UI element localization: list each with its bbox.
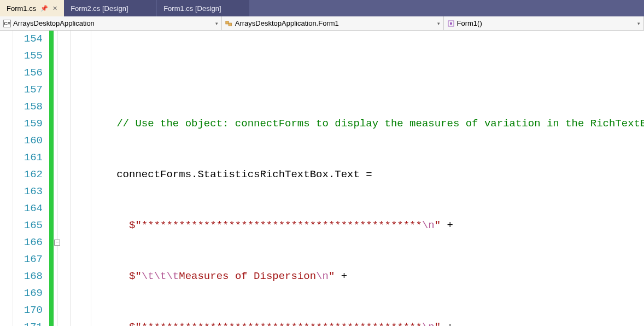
chevron-down-icon: ▾ [215, 21, 218, 26]
collapse-toggle[interactable]: − [54, 240, 60, 246]
tab-label: Form1.cs [Design] [163, 4, 221, 13]
line-number: 164 [13, 200, 43, 217]
tab-form2-design[interactable]: Form2.cs [Design] [64, 0, 157, 16]
scope-dropdown[interactable]: C# ArraysDesktopApplication ▾ [0, 16, 222, 30]
document-tab-bar: Form1.cs 📌 ✕ Form2.cs [Design] Form1.cs … [0, 0, 644, 16]
class-dropdown[interactable]: ArraysDesktopApplication.Form1 ▾ [222, 16, 444, 30]
line-number: 170 [13, 302, 43, 319]
scope-label: ArraysDesktopApplication [13, 19, 95, 27]
line-number: 161 [13, 149, 43, 166]
code-editor[interactable]: 154 155 156 157 158 159 160 161 162 163 … [0, 31, 644, 326]
line-number: 159 [13, 115, 43, 132]
line-number: 171 [13, 319, 43, 326]
member-dropdown[interactable]: Form1() ▾ [444, 16, 644, 30]
class-icon [225, 20, 233, 27]
line-number: 165 [13, 217, 43, 234]
code-area[interactable]: // Use the object: connectForms to displ… [65, 31, 644, 326]
tab-label: Form2.cs [Design] [71, 4, 128, 13]
close-icon[interactable]: ✕ [52, 5, 57, 12]
outline-guide [57, 31, 57, 326]
line-number: 163 [13, 183, 43, 200]
csharp-icon: C# [3, 20, 11, 27]
svg-rect-3 [450, 22, 452, 25]
pin-icon[interactable]: 📌 [40, 5, 48, 12]
indent-guide [70, 31, 71, 326]
code-line: $"**************************************… [65, 217, 644, 234]
line-number: 155 [13, 48, 43, 65]
indent-guide [91, 31, 91, 326]
class-label: ArraysDesktopApplication.Form1 [235, 19, 339, 27]
line-number: 166 [13, 234, 43, 251]
code-line: $"\t\t\tMeasures of Dispersion\n" + [65, 268, 644, 285]
line-number: 158 [13, 98, 43, 115]
svg-rect-1 [229, 23, 231, 26]
member-label: Form1() [457, 19, 482, 27]
tab-form1-cs[interactable]: Form1.cs 📌 ✕ [0, 0, 64, 16]
code-line: $"**************************************… [65, 319, 644, 326]
line-number: 168 [13, 268, 43, 285]
line-number: 167 [13, 251, 43, 268]
svg-rect-0 [226, 21, 229, 24]
line-number-gutter: 154 155 156 157 158 159 160 161 162 163 … [13, 31, 49, 326]
code-line: // Use the object: connectForms to displ… [65, 115, 644, 132]
line-number: 169 [13, 285, 43, 302]
chevron-down-icon: ▾ [637, 21, 640, 26]
tab-label: Form1.cs [7, 4, 36, 13]
line-number: 157 [13, 82, 43, 98]
tab-form1-design[interactable]: Form1.cs [Design] [157, 0, 250, 16]
line-number: 154 [13, 31, 43, 48]
outlining-margin: − [54, 31, 65, 326]
method-icon [447, 20, 455, 27]
line-number: 162 [13, 166, 43, 183]
line-number: 160 [13, 132, 43, 149]
navigation-bar: C# ArraysDesktopApplication ▾ ArraysDesk… [0, 16, 644, 31]
indicator-margin [0, 31, 13, 326]
line-number: 156 [13, 65, 43, 82]
change-tracking-bar [49, 31, 54, 326]
chevron-down-icon: ▾ [437, 21, 440, 26]
code-line: connectForms.StatisticsRichTextBox.Text … [65, 166, 644, 183]
